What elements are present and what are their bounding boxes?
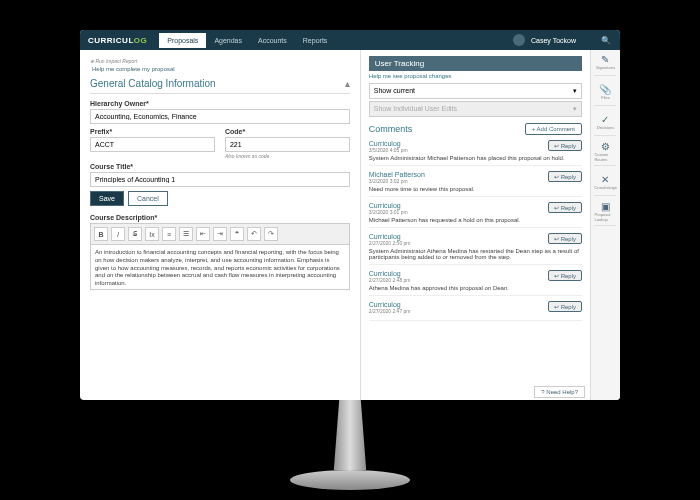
signatures-icon[interactable]: ✎Signatures <box>594 54 616 76</box>
user-name: Casey Tockow <box>531 37 576 44</box>
top-nav: CURRICULOG Proposals Agendas Accounts Re… <box>80 30 620 50</box>
collapse-icon[interactable]: ▴ <box>345 78 350 89</box>
bold-icon[interactable]: B <box>94 227 108 241</box>
save-button[interactable]: Save <box>90 191 124 206</box>
reply-button[interactable]: ↩ Reply <box>548 202 582 213</box>
chevron-down-icon: ▾ <box>573 105 577 113</box>
desc-textarea[interactable]: An introduction to financial accounting … <box>90 245 350 290</box>
comment-item: Curriculog2/27/2020 2:50 pm↩ ReplySystem… <box>369 233 582 265</box>
clear-icon[interactable]: Ix <box>145 227 159 241</box>
prefix-input[interactable] <box>90 137 215 152</box>
reply-button[interactable]: ↩ Reply <box>548 140 582 151</box>
tracking-help-link[interactable]: Help me see proposal changes <box>369 71 582 81</box>
show-current-dropdown[interactable]: Show current▾ <box>369 83 582 99</box>
help-complete-link[interactable]: Help me complete my proposal <box>90 64 350 74</box>
ul-icon[interactable]: ☰ <box>179 227 193 241</box>
files-icon[interactable]: 📎Files <box>594 84 616 106</box>
comments-header: Comments + Add Comment <box>369 123 582 135</box>
logo: CURRICULOG <box>88 36 147 45</box>
undo-icon[interactable]: ↶ <box>247 227 261 241</box>
cancel-button[interactable]: Cancel <box>128 191 168 206</box>
need-help-button[interactable]: ? Need Help? <box>534 386 585 398</box>
strike-icon[interactable]: S̶ <box>128 227 142 241</box>
avatar[interactable] <box>513 34 525 46</box>
title-input[interactable] <box>90 172 350 187</box>
prefix-label: Prefix* <box>90 128 215 135</box>
redo-icon[interactable]: ↷ <box>264 227 278 241</box>
routes-icon[interactable]: ⚙Custom Routes <box>594 144 616 166</box>
quote-icon[interactable]: ❝ <box>230 227 244 241</box>
reply-button[interactable]: ↩ Reply <box>548 171 582 182</box>
code-input[interactable] <box>225 137 350 152</box>
tab-agendas[interactable]: Agendas <box>206 33 250 48</box>
crosslistings-icon[interactable]: ✕Crosslistings <box>594 174 616 196</box>
chevron-down-icon: ▾ <box>573 87 577 95</box>
desc-label: Course Description* <box>90 214 350 221</box>
add-comment-button[interactable]: + Add Comment <box>525 123 582 135</box>
reply-button[interactable]: ↩ Reply <box>548 301 582 312</box>
monitor-stand <box>290 400 410 500</box>
italic-icon[interactable]: I <box>111 227 125 241</box>
title-label: Course Title* <box>90 163 350 170</box>
tab-accounts[interactable]: Accounts <box>250 33 295 48</box>
app-window: CURRICULOG Proposals Agendas Accounts Re… <box>80 30 620 400</box>
comment-item: Michael Patterson3/2/2020 3:02 pm↩ Reply… <box>369 171 582 197</box>
editor-toolbar: B I S̶ Ix ≡ ☰ ⇤ ⇥ ❝ ↶ ↷ <box>90 223 350 245</box>
reply-button[interactable]: ↩ Reply <box>548 233 582 244</box>
lookup-icon[interactable]: ▣Proposal Lookup <box>594 204 616 226</box>
comment-item: Curriculog3/2/2020 3:01 pm↩ ReplyMichael… <box>369 202 582 228</box>
right-sidebar: ✎Signatures 📎Files ✓Decisions ⚙Custom Ro… <box>590 50 620 400</box>
tab-reports[interactable]: Reports <box>295 33 336 48</box>
tab-proposals[interactable]: Proposals <box>159 33 206 48</box>
comment-item: Curriculog2/27/2020 2:48 pm↩ ReplyAthena… <box>369 270 582 296</box>
show-edits-dropdown: Show Individual User Edits▾ <box>369 101 582 117</box>
code-label: Code* <box>225 128 350 135</box>
reply-button[interactable]: ↩ Reply <box>548 270 582 281</box>
tracking-header: User Tracking <box>369 56 582 71</box>
indent-icon[interactable]: ⇥ <box>213 227 227 241</box>
comment-item: Curriculog2/27/2020 2:47 pm↩ Reply <box>369 301 582 321</box>
code-hint: Also known as code. <box>225 153 350 159</box>
decisions-icon[interactable]: ✓Decisions <box>594 114 616 136</box>
hierarchy-input[interactable] <box>90 109 350 124</box>
left-panel: ⊕ Run Impact Report Help me complete my … <box>80 50 361 400</box>
outdent-icon[interactable]: ⇤ <box>196 227 210 241</box>
hierarchy-label: Hierarchy Owner* <box>90 100 350 107</box>
section-title[interactable]: General Catalog Information▴ <box>90 74 350 94</box>
comment-item: Curriculog3/5/2020 4:05 pm↩ ReplySystem … <box>369 140 582 166</box>
info-icon[interactable]: ⓘ <box>582 34 594 46</box>
right-panel: User Tracking Help me see proposal chang… <box>361 50 620 400</box>
ol-icon[interactable]: ≡ <box>162 227 176 241</box>
nav-tabs: Proposals Agendas Accounts Reports <box>159 33 335 48</box>
search-icon[interactable]: 🔍 <box>600 34 612 46</box>
